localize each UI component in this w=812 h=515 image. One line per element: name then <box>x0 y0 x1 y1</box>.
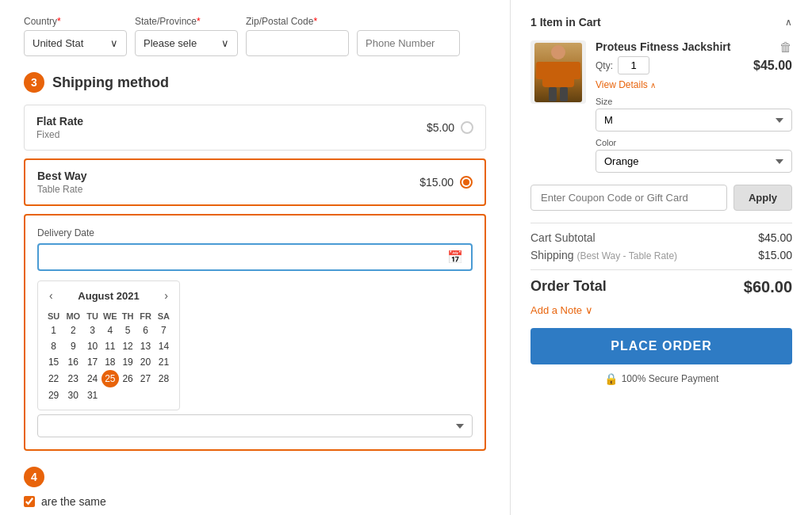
calendar-day[interactable]: 7 <box>155 322 173 338</box>
calendar-day[interactable]: 9 <box>63 338 83 354</box>
flat-rate-price: $5.00 <box>427 121 454 134</box>
calendar-day[interactable]: 25 <box>102 370 119 387</box>
calendar-day[interactable]: 8 <box>44 338 63 354</box>
cart-header[interactable]: 1 Item in Cart ∧ <box>530 16 792 29</box>
secure-payment-row: 🔒 100% Secure Payment <box>530 372 792 385</box>
phone-input[interactable] <box>357 30 460 56</box>
calendar-day[interactable]: 23 <box>63 370 83 387</box>
qty-label: Qty: <box>596 60 613 71</box>
flat-rate-radio[interactable] <box>461 121 473 134</box>
shipping-summary-value: $15.00 <box>758 249 792 261</box>
calendar-day[interactable]: 24 <box>83 370 101 387</box>
cart-item-details: Proteus Fitness Jackshirt 🗑 Qty: $45.00 … <box>596 40 792 173</box>
step-4-section: 4 are the same Please sign in to use sto… <box>24 467 486 515</box>
calendar-day[interactable]: 31 <box>83 387 101 403</box>
qty-input[interactable] <box>618 56 649 74</box>
best-way-radio[interactable] <box>460 176 473 189</box>
order-total-row: Order Total $60.00 <box>530 269 792 296</box>
coupon-input[interactable] <box>530 185 727 211</box>
size-label: Size <box>596 97 792 106</box>
delivery-date-input[interactable] <box>47 251 447 263</box>
calendar-day[interactable]: 10 <box>83 338 101 354</box>
calendar-grid: SU MO TU WE TH FR SA 1234567891011121314… <box>44 310 173 403</box>
state-select[interactable]: Please sele ∨ <box>135 30 238 56</box>
calendar-day[interactable]: 28 <box>155 370 173 387</box>
calendar-day <box>136 387 154 403</box>
calendar-day[interactable]: 2 <box>63 322 83 338</box>
calendar-day[interactable]: 13 <box>136 338 154 354</box>
calendar-day[interactable]: 15 <box>44 354 63 370</box>
delivery-date-input-row[interactable]: 📅 <box>37 243 473 271</box>
cal-col-we: WE <box>102 310 119 322</box>
zip-label: Zip/Postal Code* <box>246 16 349 27</box>
calendar-day[interactable]: 6 <box>136 322 154 338</box>
place-order-button[interactable]: PLACE ORDER <box>530 328 792 364</box>
calendar-day[interactable]: 30 <box>63 387 83 403</box>
calendar-day[interactable]: 21 <box>155 354 173 370</box>
country-select[interactable]: United Stat ∨ <box>24 30 127 56</box>
shipping-summary-label: Shipping (Best Way - Table Rate) <box>530 249 677 261</box>
calendar-day[interactable]: 20 <box>136 354 154 370</box>
calendar-day[interactable]: 11 <box>102 338 119 354</box>
calendar-day[interactable]: 5 <box>119 322 136 338</box>
calendar-day[interactable]: 17 <box>83 354 101 370</box>
shipping-option-best-way[interactable]: Best Way Table Rate $15.00 <box>24 158 486 206</box>
calendar-day[interactable]: 3 <box>83 322 101 338</box>
zip-input[interactable] <box>246 30 349 56</box>
cart-title: 1 Item in Cart <box>530 16 601 29</box>
quantity-row: Qty: $45.00 <box>596 56 792 74</box>
calendar-day[interactable]: 27 <box>136 370 154 387</box>
delivery-section: Delivery Date 📅 ‹ August 2021 › SU <box>24 214 486 451</box>
country-chevron-icon: ∨ <box>110 37 118 49</box>
delete-item-button[interactable]: 🗑 <box>779 40 792 55</box>
calendar-day[interactable]: 16 <box>63 354 83 370</box>
calendar-day[interactable]: 26 <box>119 370 136 387</box>
calendar-prev-button[interactable]: ‹ <box>44 288 58 303</box>
calendar-day <box>102 387 119 403</box>
state-chevron-icon: ∨ <box>221 37 229 49</box>
svg-rect-1 <box>542 62 574 87</box>
best-way-label: Best Way <box>37 170 87 182</box>
best-way-sublabel: Table Rate <box>37 184 87 195</box>
calendar-day[interactable]: 29 <box>44 387 63 403</box>
apply-coupon-button[interactable]: Apply <box>733 185 792 211</box>
divider-1 <box>530 223 792 223</box>
calendar-month-year: August 2021 <box>78 290 139 302</box>
secure-payment-label: 100% Secure Payment <box>622 373 719 384</box>
size-select[interactable]: M <box>596 109 792 132</box>
calendar-popup: ‹ August 2021 › SU MO TU WE TH <box>37 280 180 410</box>
billing-same-checkbox[interactable] <box>24 496 35 507</box>
flat-rate-sublabel: Fixed <box>36 129 83 140</box>
calendar-icon[interactable]: 📅 <box>447 250 463 265</box>
flat-rate-label: Flat Rate <box>36 115 83 128</box>
phone-label <box>357 16 460 27</box>
add-note-chevron-icon: ∨ <box>585 304 593 316</box>
calendar-day[interactable]: 19 <box>119 354 136 370</box>
shipping-method-note: (Best Way - Table Rate) <box>576 250 677 261</box>
calendar-day[interactable]: 12 <box>119 338 136 354</box>
calendar-header: ‹ August 2021 › <box>44 288 173 303</box>
calendar-day[interactable]: 18 <box>102 354 119 370</box>
shipping-section-title: Shipping method <box>52 74 169 91</box>
subtotal-row: Cart Subtotal $45.00 <box>530 231 792 244</box>
color-select[interactable]: Orange <box>596 150 792 173</box>
cal-col-th: TH <box>119 310 136 322</box>
calendar-next-button[interactable]: › <box>159 288 173 303</box>
svg-rect-5 <box>560 87 568 101</box>
cart-chevron-icon[interactable]: ∧ <box>785 17 792 28</box>
step-4-header: 4 <box>24 467 486 487</box>
view-details-link[interactable]: View Details ∧ <box>596 79 656 90</box>
calendar-day[interactable]: 22 <box>44 370 63 387</box>
time-select[interactable] <box>37 414 473 437</box>
step-4-badge: 4 <box>24 467 44 487</box>
add-note-link[interactable]: Add a Note ∨ <box>530 304 792 316</box>
calendar-day[interactable]: 4 <box>102 322 119 338</box>
calendar-day <box>119 387 136 403</box>
calendar-day[interactable]: 1 <box>44 322 63 338</box>
calendar-day[interactable]: 14 <box>155 338 173 354</box>
lock-icon: 🔒 <box>604 372 618 385</box>
coupon-row: Apply <box>530 185 792 211</box>
shipping-option-flat[interactable]: Flat Rate Fixed $5.00 <box>24 105 486 151</box>
best-way-price: $15.00 <box>419 176 454 189</box>
view-details-chevron-icon: ∧ <box>650 81 656 90</box>
